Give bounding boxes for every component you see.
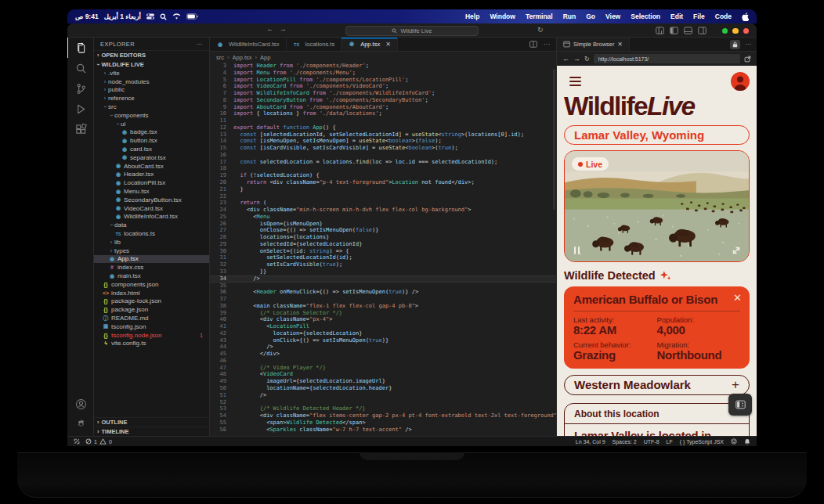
tree-item-src[interactable]: ›src — [94, 103, 209, 111]
tree-item-card.tsx[interactable]: ◉card.tsx — [94, 145, 209, 153]
explorer-actions-icon[interactable]: ⋯ — [197, 41, 203, 48]
tree-item-App.tsx[interactable]: ◉App.tsx — [94, 255, 209, 264]
browser-back-icon[interactable]: ← — [562, 55, 569, 63]
toggle-panel-icon[interactable] — [684, 27, 692, 34]
split-editor-icon[interactable] — [529, 41, 537, 48]
tree-item-Menu.tsx[interactable]: ◉Menu.tsx — [94, 187, 209, 196]
tree-item-types[interactable]: ›types — [94, 247, 209, 255]
settings-gear-icon[interactable] — [67, 414, 94, 434]
feedback-smiley-icon[interactable] — [731, 438, 737, 445]
close-icon[interactable]: ✕ — [733, 292, 742, 304]
apple-logo-icon[interactable] — [742, 13, 749, 21]
tree-item-Header.tsx[interactable]: ◉Header.tsx — [94, 171, 209, 179]
open-editors-section[interactable]: ›OPEN EDITORS — [94, 50, 209, 59]
breadcrumb-App[interactable]: App — [260, 54, 270, 61]
tree-item-locations.ts[interactable]: TSlocations.ts — [94, 229, 209, 238]
location-pill[interactable]: Lamar Valley, Wyoming — [564, 125, 750, 145]
problems-indicator[interactable]: 1 0 — [85, 438, 112, 445]
tab-WildlifeInfoCard.tsx[interactable]: ◉WildlifeInfoCard.tsx — [210, 38, 287, 51]
tree-item-VideoCard.tsx[interactable]: ◉VideoCard.tsx — [94, 204, 209, 213]
battery-icon[interactable] — [186, 13, 198, 20]
wifi-icon[interactable] — [172, 13, 181, 20]
tab-locations.ts[interactable]: TSlocations.ts — [287, 38, 342, 51]
status-item[interactable]: Spaces: 2 — [613, 439, 637, 445]
tree-item-vite.config.ts[interactable]: ϟvite.config.ts — [94, 340, 209, 348]
tree-item-reference[interactable]: ›reference — [94, 94, 209, 103]
tree-item-main.tsx[interactable]: ◉main.tsx — [94, 272, 209, 280]
tree-item-components.json[interactable]: {}components.json — [94, 280, 209, 289]
menu-terminal[interactable]: Terminal — [526, 13, 553, 20]
customize-layout-icon[interactable] — [656, 27, 664, 34]
run-debug-icon[interactable] — [67, 99, 94, 119]
toggle-primary-sidebar-icon[interactable] — [670, 27, 678, 34]
menu-edit[interactable]: Edit — [670, 13, 683, 20]
breadcrumb-src[interactable]: src — [216, 54, 224, 61]
menu-run[interactable]: Run — [563, 13, 576, 20]
timeline-section[interactable]: ›TIMELINE — [94, 427, 209, 436]
tree-item-WildlifeInfoCard.tsx[interactable]: ◉WildlifeInfoCard.tsx — [94, 213, 209, 221]
tree-item-components[interactable]: ›components — [94, 111, 209, 120]
close-tab-icon[interactable]: ✕ — [618, 41, 623, 48]
menu-view[interactable]: View — [605, 13, 620, 20]
notifications-bell-icon[interactable] — [744, 438, 750, 445]
menu-selection[interactable]: Selection — [631, 13, 660, 20]
tree-item-index.css[interactable]: #index.css — [94, 263, 209, 272]
editor-group[interactable]: ◉WildlifeInfoCard.tsxTSlocations.ts◉App.… — [210, 38, 556, 436]
tree-item-LocationPill.tsx[interactable]: ◉LocationPill.tsx — [94, 178, 209, 187]
source-control-icon[interactable] — [67, 78, 94, 99]
browser-reload-icon[interactable]: ↻ — [584, 56, 590, 63]
tree-item-ui[interactable]: ›ui — [94, 120, 209, 128]
status-item[interactable]: { } TypeScript JSX — [680, 439, 724, 445]
breadcrumb-App.tsx[interactable]: App.tsx — [233, 54, 252, 61]
close-tab-icon[interactable]: ✕ — [385, 41, 391, 48]
live-video-card[interactable]: Live — [564, 150, 750, 262]
tree-item-tsconfig.node.json[interactable]: {}tsconfig.node.json1 — [94, 331, 209, 340]
status-item[interactable]: Ln 34, Col 9 — [576, 439, 605, 445]
minimize-button[interactable] — [732, 28, 739, 34]
tab-App.tsx[interactable]: ◉App.tsx✕ — [342, 38, 398, 51]
open-external-icon[interactable] — [744, 56, 751, 63]
outline-section[interactable]: ›OUTLINE — [94, 417, 209, 427]
hamburger-menu-icon[interactable] — [569, 77, 581, 87]
tree-item-lib[interactable]: ›lib — [94, 238, 209, 247]
close-window-button[interactable] — [743, 28, 750, 34]
menu-help[interactable]: Help — [465, 13, 479, 20]
tree-item-README.md[interactable]: ⓘREADME.md — [94, 314, 209, 322]
tree-item-SecondaryButton.tsx[interactable]: ◉SecondaryButton.tsx — [94, 196, 209, 204]
breadcrumb[interactable]: src›App.tsx›App — [210, 52, 556, 63]
browser-forward-icon[interactable]: → — [573, 55, 580, 63]
spotlight-search-icon[interactable] — [160, 13, 167, 20]
tree-item-index.html[interactable]: <>index.html — [94, 289, 209, 297]
editor-scrollbar[interactable] — [553, 69, 555, 210]
tree-item-AboutCard.tsx[interactable]: ◉AboutCard.tsx — [94, 162, 209, 171]
pause-button[interactable] — [574, 247, 580, 254]
refresh-icon[interactable]: ↻ — [537, 26, 544, 34]
browser-more-actions-icon[interactable]: ⋯ — [745, 41, 751, 48]
menu-file[interactable]: File — [693, 13, 705, 20]
url-input[interactable]: http://localhost:5173/ — [594, 54, 740, 63]
tree-item-package-lock.json[interactable]: {}package-lock.json — [94, 297, 209, 306]
status-item[interactable]: LF — [667, 439, 673, 445]
tree-item-node_modules[interactable]: ›node_modules — [94, 77, 209, 86]
history-forward-button[interactable]: → — [280, 25, 287, 33]
control-center-icon[interactable] — [146, 13, 154, 20]
menu-window[interactable]: Window — [490, 13, 515, 20]
editor-more-actions-icon[interactable]: ⋯ — [544, 41, 550, 48]
menu-code[interactable]: Code — [715, 13, 732, 20]
tree-item-public[interactable]: ›public — [94, 86, 209, 95]
simple-browser-tab[interactable]: Simple Browser ✕ — [557, 38, 630, 51]
tree-item-.vite[interactable]: ›.vite — [94, 69, 209, 77]
tree-item-package.json[interactable]: {}package.json — [94, 305, 209, 314]
toggle-secondary-sidebar-icon[interactable] — [698, 27, 707, 34]
avatar[interactable] — [731, 72, 750, 91]
search-icon[interactable] — [67, 58, 94, 78]
menu-go[interactable]: Go — [586, 13, 595, 20]
tree-item-tsconfig.json[interactable]: ▣tsconfig.json — [94, 322, 209, 331]
tree-item-badge.tsx[interactable]: ◉badge.tsx — [94, 128, 209, 137]
expand-icon[interactable] — [732, 246, 741, 255]
lock-icon[interactable] — [730, 40, 740, 49]
accounts-icon[interactable] — [67, 394, 94, 414]
status-item[interactable]: UTF-8 — [644, 439, 660, 445]
command-center-search[interactable]: Wildlife Live — [345, 26, 479, 36]
remote-indicator-icon[interactable] — [74, 438, 80, 445]
